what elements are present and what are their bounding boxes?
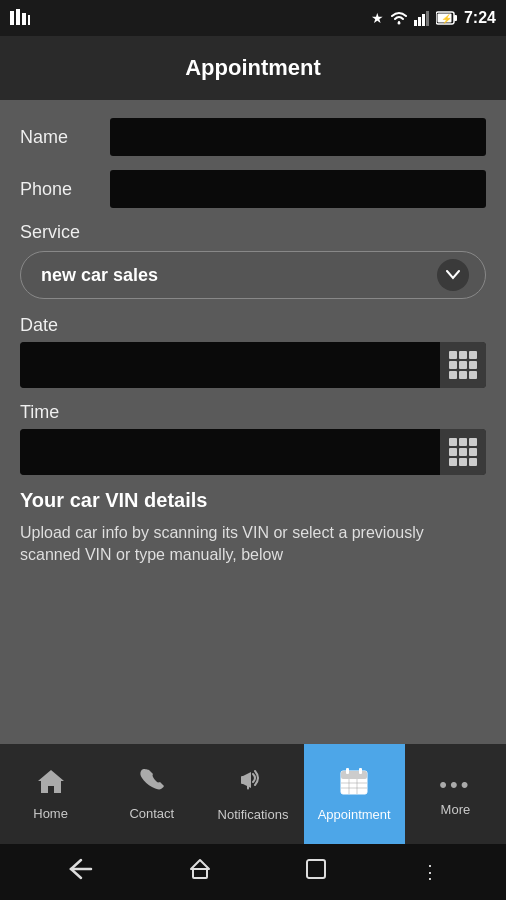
date-label: Date — [20, 315, 486, 336]
vin-description: Upload car info by scanning its VIN or s… — [20, 522, 486, 567]
svg-text:⚡: ⚡ — [441, 13, 453, 25]
time-grid-icon — [449, 438, 477, 466]
bottom-nav: Home Contact Notifications — [0, 744, 506, 844]
svg-rect-18 — [346, 768, 349, 774]
page-title: Appointment — [185, 55, 321, 81]
svg-rect-8 — [426, 11, 429, 26]
svg-marker-24 — [191, 860, 209, 869]
service-label: Service — [20, 222, 486, 243]
nav-item-contact[interactable]: Contact — [101, 744, 202, 844]
status-time: 7:24 — [464, 9, 496, 27]
menu-button[interactable]: ⋮ — [421, 861, 439, 883]
svg-rect-2 — [22, 13, 26, 25]
status-bar: ★ ⚡ 7:24 — [0, 0, 506, 36]
more-icon: ••• — [439, 772, 471, 798]
vin-title: Your car VIN details — [20, 489, 486, 512]
system-nav: ⋮ — [0, 844, 506, 900]
nav-label-notifications: Notifications — [218, 807, 289, 822]
svg-rect-25 — [193, 869, 207, 878]
battery-icon: ⚡ — [436, 11, 458, 25]
svg-rect-26 — [307, 860, 325, 878]
vin-section: Your car VIN details Upload car info by … — [20, 489, 486, 567]
time-input-row — [20, 429, 486, 475]
time-label: Time — [20, 402, 486, 423]
svg-rect-3 — [28, 15, 30, 25]
status-bar-left — [10, 9, 30, 27]
recent-apps-button[interactable] — [305, 858, 327, 886]
nav-label-contact: Contact — [129, 806, 174, 821]
nav-label-appointment: Appointment — [318, 807, 391, 822]
service-dropdown-value: new car sales — [41, 265, 158, 286]
svg-rect-19 — [359, 768, 362, 774]
date-section: Date — [20, 315, 486, 388]
svg-rect-15 — [241, 776, 244, 784]
appointment-calendar-icon — [339, 766, 369, 803]
home-icon — [36, 767, 66, 802]
svg-rect-17 — [341, 771, 367, 779]
nav-label-more: More — [441, 802, 471, 817]
grid-signal-icon — [10, 9, 30, 27]
nav-item-appointment[interactable]: Appointment — [304, 744, 405, 844]
svg-rect-6 — [418, 17, 421, 26]
service-dropdown[interactable]: new car sales — [20, 251, 486, 299]
time-input[interactable] — [20, 429, 440, 475]
svg-rect-5 — [414, 20, 417, 26]
bluetooth-icon: ★ — [371, 10, 384, 26]
date-picker-button[interactable] — [440, 342, 486, 388]
time-section: Time — [20, 402, 486, 475]
time-picker-button[interactable] — [440, 429, 486, 475]
status-bar-right: ★ ⚡ 7:24 — [371, 9, 496, 27]
svg-rect-10 — [454, 15, 457, 21]
header: Appointment — [0, 36, 506, 100]
calendar-grid-icon — [449, 351, 477, 379]
signal-icon — [414, 10, 430, 26]
main-content: Name Phone Service new car sales Date — [0, 100, 506, 744]
phone-icon — [138, 767, 166, 802]
date-input-row — [20, 342, 486, 388]
nav-label-home: Home — [33, 806, 68, 821]
nav-item-home[interactable]: Home — [0, 744, 101, 844]
home-button[interactable] — [189, 858, 211, 886]
wifi-icon — [390, 10, 408, 26]
service-section: Service new car sales — [20, 222, 486, 299]
nav-item-notifications[interactable]: Notifications — [202, 744, 303, 844]
dropdown-arrow-icon — [437, 259, 469, 291]
name-label: Name — [20, 127, 110, 148]
name-row: Name — [20, 118, 486, 156]
name-input[interactable] — [110, 118, 486, 156]
svg-rect-0 — [10, 11, 14, 25]
svg-rect-1 — [16, 9, 20, 25]
notifications-icon — [239, 766, 267, 803]
date-input[interactable] — [20, 342, 440, 388]
back-button[interactable] — [67, 858, 95, 886]
phone-label: Phone — [20, 179, 110, 200]
phone-input[interactable] — [110, 170, 486, 208]
svg-point-4 — [397, 22, 400, 25]
phone-row: Phone — [20, 170, 486, 208]
nav-item-more[interactable]: ••• More — [405, 744, 506, 844]
svg-rect-7 — [422, 14, 425, 26]
